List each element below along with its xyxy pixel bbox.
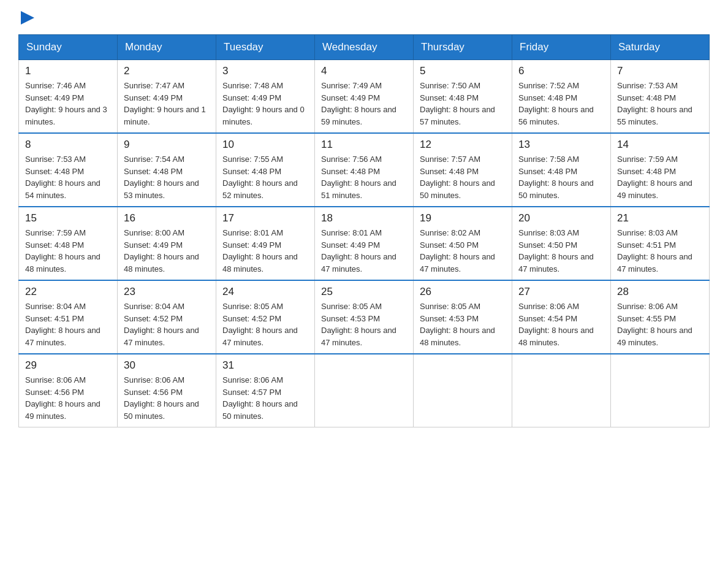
calendar-cell: 20 Sunrise: 8:03 AMSunset: 4:50 PMDaylig… [512,207,611,280]
day-number: 23 [124,286,210,298]
calendar-table: SundayMondayTuesdayWednesdayThursdayFrid… [18,34,710,427]
day-info: Sunrise: 8:06 AMSunset: 4:57 PMDaylight:… [222,374,308,422]
calendar-cell: 8 Sunrise: 7:53 AMSunset: 4:48 PMDayligh… [19,133,118,207]
day-info: Sunrise: 8:04 AMSunset: 4:52 PMDaylight:… [124,301,210,348]
day-info: Sunrise: 8:06 AMSunset: 4:56 PMDaylight:… [124,374,210,422]
calendar-cell: 17 Sunrise: 8:01 AMSunset: 4:49 PMDaylig… [216,207,315,280]
day-number: 20 [518,212,604,224]
calendar-cell: 30 Sunrise: 8:06 AMSunset: 4:56 PMDaylig… [118,354,216,427]
logo-triangle-icon [21,11,34,25]
day-number: 7 [617,65,703,77]
day-number: 4 [321,65,407,77]
header-saturday: Saturday [611,35,710,60]
day-info: Sunrise: 8:04 AMSunset: 4:51 PMDaylight:… [25,301,111,348]
calendar-cell: 26 Sunrise: 8:05 AMSunset: 4:53 PMDaylig… [414,280,512,354]
day-info: Sunrise: 8:02 AMSunset: 4:50 PMDaylight:… [420,227,506,275]
calendar-cell: 28 Sunrise: 8:06 AMSunset: 4:55 PMDaylig… [611,280,710,354]
day-number: 14 [617,139,703,151]
calendar-cell: 15 Sunrise: 7:59 AMSunset: 4:48 PMDaylig… [19,207,118,280]
day-info: Sunrise: 8:01 AMSunset: 4:49 PMDaylight:… [222,227,308,275]
day-number: 30 [124,359,210,372]
day-info: Sunrise: 7:48 AMSunset: 4:49 PMDaylight:… [222,80,308,128]
day-number: 6 [518,65,604,77]
day-number: 5 [420,65,506,77]
day-info: Sunrise: 7:56 AMSunset: 4:48 PMDaylight:… [321,153,407,201]
day-number: 1 [25,65,111,77]
svg-marker-0 [21,11,34,25]
header-sunday: Sunday [19,35,118,60]
day-info: Sunrise: 8:03 AMSunset: 4:50 PMDaylight:… [518,227,604,275]
calendar-cell: 6 Sunrise: 7:52 AMSunset: 4:48 PMDayligh… [512,60,611,134]
day-info: Sunrise: 8:05 AMSunset: 4:53 PMDaylight:… [420,301,506,348]
day-number: 3 [222,65,308,77]
day-info: Sunrise: 8:00 AMSunset: 4:49 PMDaylight:… [124,227,210,275]
day-number: 21 [617,212,703,224]
day-number: 25 [321,286,407,298]
day-number: 27 [518,286,604,298]
calendar-cell [512,354,611,427]
day-info: Sunrise: 8:05 AMSunset: 4:53 PMDaylight:… [321,301,407,348]
day-number: 29 [25,359,111,372]
calendar-cell: 29 Sunrise: 8:06 AMSunset: 4:56 PMDaylig… [19,354,118,427]
day-number: 24 [222,286,308,298]
calendar-cell: 18 Sunrise: 8:01 AMSunset: 4:49 PMDaylig… [315,207,414,280]
calendar-cell: 1 Sunrise: 7:46 AMSunset: 4:49 PMDayligh… [19,60,118,134]
calendar-cell: 14 Sunrise: 7:59 AMSunset: 4:48 PMDaylig… [611,133,710,207]
day-info: Sunrise: 8:06 AMSunset: 4:54 PMDaylight:… [518,301,604,348]
calendar-week-row: 15 Sunrise: 7:59 AMSunset: 4:48 PMDaylig… [19,207,710,280]
day-info: Sunrise: 8:01 AMSunset: 4:49 PMDaylight:… [321,227,407,275]
day-number: 26 [420,286,506,298]
calendar-cell: 21 Sunrise: 8:03 AMSunset: 4:51 PMDaylig… [611,207,710,280]
calendar-cell: 19 Sunrise: 8:02 AMSunset: 4:50 PMDaylig… [414,207,512,280]
day-info: Sunrise: 7:59 AMSunset: 4:48 PMDaylight:… [617,153,703,201]
day-number: 12 [420,139,506,151]
day-number: 28 [617,286,703,298]
day-info: Sunrise: 7:53 AMSunset: 4:48 PMDaylight:… [617,80,703,128]
calendar-week-row: 1 Sunrise: 7:46 AMSunset: 4:49 PMDayligh… [19,60,710,134]
calendar-cell: 12 Sunrise: 7:57 AMSunset: 4:48 PMDaylig… [414,133,512,207]
day-info: Sunrise: 7:50 AMSunset: 4:48 PMDaylight:… [420,80,506,128]
calendar-cell: 11 Sunrise: 7:56 AMSunset: 4:48 PMDaylig… [315,133,414,207]
day-info: Sunrise: 7:49 AMSunset: 4:49 PMDaylight:… [321,80,407,128]
day-number: 11 [321,139,407,151]
calendar-cell: 13 Sunrise: 7:58 AMSunset: 4:48 PMDaylig… [512,133,611,207]
calendar-header-row: SundayMondayTuesdayWednesdayThursdayFrid… [19,35,710,60]
day-info: Sunrise: 8:05 AMSunset: 4:52 PMDaylight:… [222,301,308,348]
day-number: 18 [321,212,407,224]
day-info: Sunrise: 7:59 AMSunset: 4:48 PMDaylight:… [25,227,111,275]
day-info: Sunrise: 8:03 AMSunset: 4:51 PMDaylight:… [617,227,703,275]
day-number: 13 [518,139,604,151]
calendar-cell: 10 Sunrise: 7:55 AMSunset: 4:48 PMDaylig… [216,133,315,207]
header-wednesday: Wednesday [315,35,414,60]
day-info: Sunrise: 8:06 AMSunset: 4:55 PMDaylight:… [617,301,703,348]
day-info: Sunrise: 7:53 AMSunset: 4:48 PMDaylight:… [25,153,111,201]
header-thursday: Thursday [414,35,512,60]
header-tuesday: Tuesday [216,35,315,60]
header-monday: Monday [118,35,216,60]
calendar-cell: 5 Sunrise: 7:50 AMSunset: 4:48 PMDayligh… [414,60,512,134]
calendar-cell: 16 Sunrise: 8:00 AMSunset: 4:49 PMDaylig… [118,207,216,280]
calendar-cell: 7 Sunrise: 7:53 AMSunset: 4:48 PMDayligh… [611,60,710,134]
day-number: 8 [25,139,111,151]
day-info: Sunrise: 7:58 AMSunset: 4:48 PMDaylight:… [518,153,604,201]
calendar-cell: 31 Sunrise: 8:06 AMSunset: 4:57 PMDaylig… [216,354,315,427]
day-number: 2 [124,65,210,77]
calendar-cell [611,354,710,427]
calendar-cell: 24 Sunrise: 8:05 AMSunset: 4:52 PMDaylig… [216,280,315,354]
day-number: 16 [124,212,210,224]
calendar-week-row: 8 Sunrise: 7:53 AMSunset: 4:48 PMDayligh… [19,133,710,207]
calendar-cell: 2 Sunrise: 7:47 AMSunset: 4:49 PMDayligh… [118,60,216,134]
calendar-cell: 23 Sunrise: 8:04 AMSunset: 4:52 PMDaylig… [118,280,216,354]
day-number: 15 [25,212,111,224]
calendar-cell: 22 Sunrise: 8:04 AMSunset: 4:51 PMDaylig… [19,280,118,354]
calendar-cell [414,354,512,427]
logo [18,12,34,28]
day-number: 10 [222,139,308,151]
page-header [18,12,710,28]
calendar-cell: 9 Sunrise: 7:54 AMSunset: 4:48 PMDayligh… [118,133,216,207]
day-info: Sunrise: 7:52 AMSunset: 4:48 PMDaylight:… [518,80,604,128]
calendar-week-row: 29 Sunrise: 8:06 AMSunset: 4:56 PMDaylig… [19,354,710,427]
calendar-cell: 3 Sunrise: 7:48 AMSunset: 4:49 PMDayligh… [216,60,315,134]
calendar-cell: 27 Sunrise: 8:06 AMSunset: 4:54 PMDaylig… [512,280,611,354]
day-number: 9 [124,139,210,151]
